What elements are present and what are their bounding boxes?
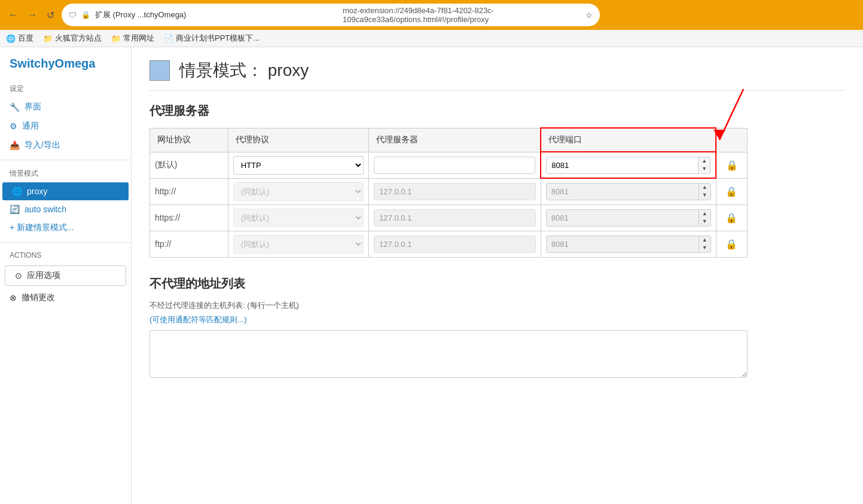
folder-icon: 📁	[43, 34, 53, 43]
import-icon: 📥	[10, 140, 20, 150]
proxy-port-cell-http: ▲ ▼	[541, 178, 716, 204]
proxy-server-input-http	[374, 183, 536, 200]
bookmark-ppt[interactable]: 📄 商业计划书PPT模板下...	[164, 33, 260, 44]
reload-button[interactable]: ↺	[44, 8, 57, 22]
protocol-label-https: https://	[150, 204, 228, 231]
port-down-http[interactable]: ▼	[699, 191, 710, 199]
port-up-default[interactable]: ▲	[699, 157, 710, 165]
lock-button-http[interactable]: 🔒	[725, 186, 737, 197]
bookmark-common[interactable]: 📁 常用网址	[111, 33, 154, 44]
shield-icon: 🛡	[69, 11, 77, 20]
proxy-protocol-select-http[interactable]: (同默认)	[233, 182, 364, 201]
proxy-port-input-ftp	[547, 236, 699, 252]
proxy-port-input-default[interactable]	[547, 157, 698, 173]
folder-icon-2: 📁	[111, 34, 121, 43]
th-proxy-protocol: 代理协议	[228, 128, 368, 152]
lock-cell-default: 🔒	[716, 152, 747, 178]
main-content: 情景模式： proxy 代理服务器 网址协议 代理协议 代理服务器 代理端口 (…	[132, 47, 863, 504]
bypass-section-title: 不代理的地址列表	[150, 276, 845, 292]
url-text: 扩展 (Proxy ...tchyOmega)	[95, 10, 333, 20]
lock-button-https[interactable]: 🔒	[725, 212, 737, 224]
port-spinners-https: ▲ ▼	[699, 210, 710, 226]
table-row: ftp:// (同默认) ▲ ▼	[150, 231, 748, 257]
port-input-wrap-http: ▲ ▼	[546, 183, 711, 200]
proxy-protocol-cell-default: HTTP HTTPS SOCKS4 SOCKS5	[228, 152, 368, 178]
lock-button-default[interactable]: 🔒	[726, 160, 738, 171]
bookmark-firefox[interactable]: 📁 火狐官方站点	[43, 33, 102, 44]
address-bar[interactable]: 🛡 🔒 扩展 (Proxy ...tchyOmega) moz-extensio…	[62, 4, 600, 26]
protocol-label-ftp: ftp://	[150, 231, 228, 257]
proxy-server-input-default[interactable]: 127.0.0.1	[374, 157, 535, 174]
lock-button-ftp[interactable]: 🔒	[725, 239, 737, 250]
table-row: https:// (同默认) ▲	[150, 204, 748, 231]
proxy-protocol-select-ftp[interactable]: (同默认)	[233, 235, 364, 253]
port-down-default[interactable]: ▼	[699, 165, 710, 173]
scenario-color-icon	[150, 60, 170, 81]
bypass-description: 不经过代理连接的主机列表: (每行一个主机)	[150, 300, 845, 311]
bypass-section: 不代理的地址列表 不经过代理连接的主机列表: (每行一个主机) (可使用通配符等…	[150, 276, 845, 380]
proxy-server-cell-default: 127.0.0.1	[369, 152, 541, 178]
proxy-server-cell-ftp	[369, 231, 541, 257]
lock-cell-https: 🔒	[716, 204, 747, 231]
wrench-icon: 🔧	[10, 102, 20, 112]
bookmark-baidu[interactable]: 🌐 百度	[6, 33, 33, 44]
proxy-server-cell-http	[369, 178, 541, 204]
bookmarks-bar: 🌐 百度 📁 火狐官方站点 📁 常用网址 📄 商业计划书PPT模板下...	[0, 30, 863, 47]
bypass-rules-link[interactable]: (可使用通配符等匹配规则...)	[150, 315, 247, 324]
proxy-protocol-select-default[interactable]: HTTP HTTPS SOCKS4 SOCKS5	[233, 156, 364, 175]
doc-icon: 📄	[164, 34, 173, 43]
sidebar-item-import-export[interactable]: 📥 导入/导出	[0, 136, 131, 155]
bypass-textarea[interactable]	[150, 330, 748, 378]
check-circle-icon: ⊙	[15, 271, 22, 280]
port-up-ftp[interactable]: ▲	[699, 236, 710, 244]
apply-options-button[interactable]: ⊙ 应用选项	[5, 265, 126, 286]
port-input-wrap-default: ▲ ▼	[546, 157, 710, 174]
back-button[interactable]: ←	[6, 8, 20, 22]
sidebar-divider	[0, 160, 131, 160]
switch-icon: 🔄	[10, 204, 20, 214]
globe-icon: 🌐	[6, 34, 16, 43]
proxy-protocol-cell-ftp: (同默认)	[228, 231, 368, 257]
proxy-port-input-https	[547, 210, 699, 226]
cancel-icon: ⊗	[10, 293, 17, 303]
sidebar-item-interface[interactable]: 🔧 界面	[0, 97, 131, 117]
th-lock	[716, 128, 747, 152]
port-input-wrap-https: ▲ ▼	[546, 209, 711, 227]
port-input-wrap-ftp: ▲ ▼	[546, 236, 711, 253]
proxy-protocol-cell-http: (同默认)	[228, 178, 368, 204]
forward-button[interactable]: →	[25, 8, 39, 22]
page-header: 情景模式： proxy	[150, 59, 845, 91]
extension-icon: 🔒	[81, 11, 90, 19]
port-up-http[interactable]: ▲	[699, 184, 710, 191]
proxy-server-cell-https	[369, 204, 541, 231]
proxy-protocol-select-https[interactable]: (同默认)	[233, 209, 364, 227]
globe-icon-proxy: 🌐	[12, 187, 22, 196]
sidebar: SwitchyOmega 设定 🔧 界面 ⚙ 通用 📥 导入/导出 情景模式 🌐…	[0, 47, 132, 504]
scenarios-section-label: 情景模式	[0, 165, 131, 182]
sidebar-item-proxy[interactable]: 🌐 proxy	[2, 182, 129, 200]
proxy-port-cell-default: ▲ ▼	[541, 152, 716, 178]
settings-section-label: 设定	[0, 80, 131, 97]
proxy-protocol-cell-https: (同默认)	[228, 204, 368, 231]
port-up-https[interactable]: ▲	[699, 210, 710, 218]
browser-chrome: ← → ↺ 🛡 🔒 扩展 (Proxy ...tchyOmega) moz-ex…	[0, 0, 863, 30]
protocol-label-default: (默认)	[150, 152, 228, 178]
gear-icon: ⚙	[10, 121, 17, 131]
page-title: 情景模式： proxy	[179, 59, 309, 82]
sidebar-item-new-scenario[interactable]: + 新建情景模式...	[0, 218, 131, 237]
port-down-https[interactable]: ▼	[699, 218, 710, 225]
actions-section-label: ACTIONS	[0, 248, 131, 263]
cancel-changes-button[interactable]: ⊗ 撤销更改	[0, 288, 131, 307]
brand-logo: SwitchyOmega	[0, 57, 131, 80]
port-down-ftp[interactable]: ▼	[699, 244, 710, 252]
proxy-port-cell-ftp: ▲ ▼	[541, 231, 716, 257]
proxy-server-input-https	[374, 209, 536, 227]
bookmark-star-icon[interactable]: ☆	[586, 11, 593, 20]
proxy-table: 网址协议 代理协议 代理服务器 代理端口 (默认) HTTP HTTPS SOC…	[150, 127, 748, 258]
sidebar-item-auto-switch[interactable]: 🔄 auto switch	[0, 200, 131, 218]
table-row: http:// (同默认) ▲ ▼	[150, 178, 748, 204]
proxy-port-input-http	[547, 184, 699, 200]
port-spinners-default: ▲ ▼	[698, 157, 710, 173]
sidebar-item-general[interactable]: ⚙ 通用	[0, 117, 131, 136]
proxy-port-cell-https: ▲ ▼	[541, 204, 716, 231]
